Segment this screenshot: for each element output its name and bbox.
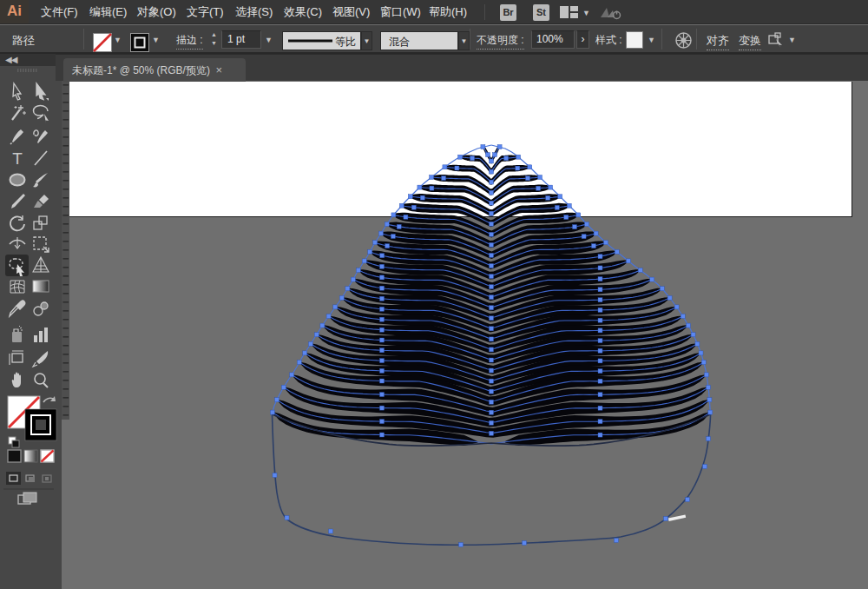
svg-text:T: T — [12, 149, 23, 168]
